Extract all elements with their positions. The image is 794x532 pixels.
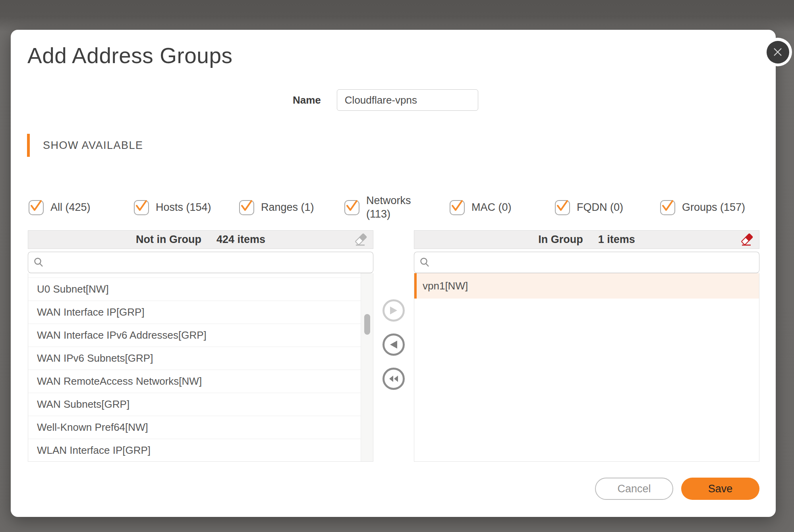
- filter-label: All (425): [50, 201, 91, 214]
- filter-ranges: Ranges (1): [239, 200, 344, 215]
- not-in-group-title: Not in Group: [136, 233, 201, 246]
- close-button[interactable]: [767, 41, 789, 64]
- page-title: Add Address Groups: [27, 43, 233, 68]
- list-item[interactable]: WAN Subnets[GRP]: [28, 393, 373, 416]
- double-arrow-left-icon: [388, 375, 399, 383]
- eraser-red-icon: [740, 233, 753, 247]
- filter-label: Hosts (154): [156, 201, 211, 214]
- not-in-group-panel: Not in Group 424 items: [28, 230, 373, 462]
- filter-fqdn: FQDN (0): [555, 200, 660, 215]
- scrollbar-thumb[interactable]: [364, 314, 370, 335]
- filter-all: All (425): [29, 200, 134, 215]
- scrollbar-track: [361, 273, 373, 461]
- move-right-button[interactable]: [383, 299, 405, 322]
- cancel-button[interactable]: Cancel: [595, 478, 673, 500]
- search-icon: [419, 257, 431, 268]
- arrow-right-icon: [389, 306, 398, 315]
- list-item[interactable]: WLAN Interface IP[GRP]: [28, 439, 373, 462]
- close-icon: [772, 46, 784, 58]
- not-in-group-count: 424 items: [216, 233, 265, 246]
- filter-mac: MAC (0): [450, 200, 555, 215]
- clear-selection-button[interactable]: [353, 232, 368, 248]
- add-address-groups-modal: Add Address Groups Name SHOW AVAILABLE A…: [11, 30, 776, 517]
- filter-hosts: Hosts (154): [134, 200, 239, 215]
- search-icon: [33, 257, 44, 268]
- filter-networks: Networks (113): [344, 194, 450, 221]
- list-item[interactable]: U0 Subnet[NW]: [28, 278, 373, 301]
- arrow-left-icon: [389, 340, 398, 349]
- not-in-group-search: [28, 252, 373, 273]
- list-item-partial: [28, 273, 373, 278]
- filter-label: FQDN (0): [577, 201, 623, 214]
- show-available-section: SHOW AVAILABLE: [27, 134, 143, 157]
- eraser-icon: [354, 233, 367, 247]
- checkbox-networks[interactable]: [344, 200, 359, 215]
- in-group-title: In Group: [538, 233, 583, 246]
- move-all-left-button[interactable]: [383, 368, 405, 390]
- in-group-search: [414, 252, 759, 273]
- checkbox-hosts[interactable]: [134, 200, 149, 215]
- close-button-ring: [763, 38, 792, 66]
- selected-list-item[interactable]: vpn1[NW]: [414, 273, 759, 299]
- not-in-group-list: U0 Subnet[NW] WAN Interface IP[GRP] WAN …: [28, 273, 373, 462]
- in-group-list: vpn1[NW]: [414, 273, 759, 462]
- list-item[interactable]: WAN Interface IP[GRP]: [28, 301, 373, 324]
- section-accent-bar: [27, 134, 30, 157]
- list-item[interactable]: WAN IPv6 Subnets[GRP]: [28, 347, 373, 370]
- filter-label: Ranges (1): [261, 201, 314, 214]
- filter-label: Groups (157): [682, 201, 745, 214]
- move-left-button[interactable]: [383, 333, 405, 356]
- list-item[interactable]: Well-Known Pref64[NW]: [28, 416, 373, 439]
- checkbox-ranges[interactable]: [239, 200, 254, 215]
- section-label: SHOW AVAILABLE: [43, 134, 143, 157]
- name-input[interactable]: [337, 89, 478, 111]
- filter-checkbox-row: All (425) Hosts (154) Ranges (1) Network…: [29, 187, 765, 228]
- checkbox-groups[interactable]: [660, 200, 675, 215]
- page-overlay: Add Address Groups Name SHOW AVAILABLE A…: [0, 0, 794, 532]
- checkbox-mac[interactable]: [450, 200, 465, 215]
- list-item[interactable]: WAN Interface IPv6 Addresses[GRP]: [28, 324, 373, 347]
- not-in-group-search-input[interactable]: [48, 252, 368, 273]
- checkbox-fqdn[interactable]: [555, 200, 570, 215]
- in-group-search-input[interactable]: [435, 252, 754, 273]
- in-group-header: In Group 1 items: [414, 230, 759, 249]
- in-group-count: 1 items: [598, 233, 635, 246]
- in-group-panel: In Group 1 items: [414, 230, 759, 462]
- not-in-group-header: Not in Group 424 items: [28, 230, 373, 249]
- filter-groups: Groups (157): [660, 200, 765, 215]
- list-item[interactable]: WAN RemoteAccess Networks[NW]: [28, 370, 373, 393]
- clear-group-button[interactable]: [739, 232, 754, 248]
- filter-label: Networks (113): [366, 194, 412, 221]
- checkbox-all[interactable]: [29, 200, 44, 215]
- save-button[interactable]: Save: [681, 478, 759, 500]
- name-label: Name: [293, 94, 321, 106]
- name-field-row: Name: [293, 89, 478, 111]
- filter-label: MAC (0): [471, 201, 512, 214]
